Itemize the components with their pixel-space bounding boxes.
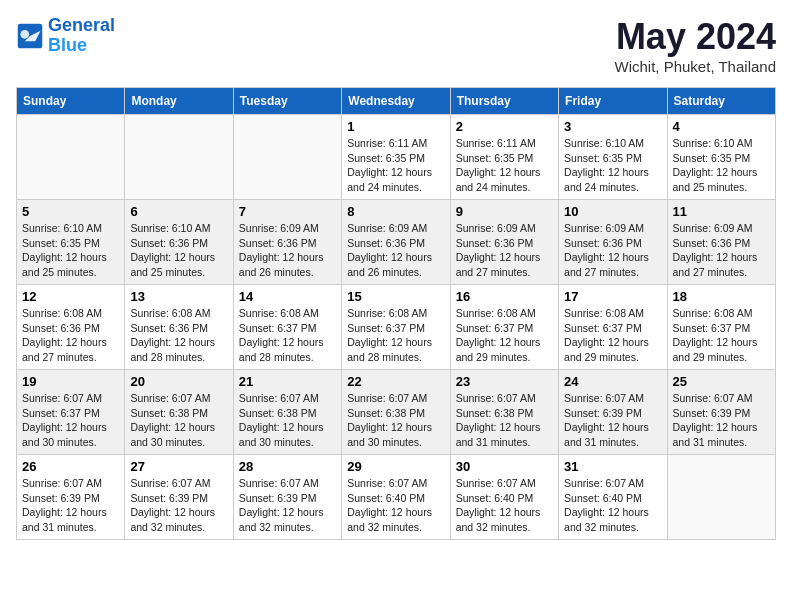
day-number: 7 — [239, 204, 336, 219]
calendar-cell: 17Sunrise: 6:08 AMSunset: 6:37 PMDayligh… — [559, 285, 667, 370]
day-number: 4 — [673, 119, 770, 134]
calendar-cell: 18Sunrise: 6:08 AMSunset: 6:37 PMDayligh… — [667, 285, 775, 370]
calendar-cell — [233, 115, 341, 200]
day-info: Sunrise: 6:08 AMSunset: 6:37 PMDaylight:… — [564, 306, 661, 365]
calendar-cell: 26Sunrise: 6:07 AMSunset: 6:39 PMDayligh… — [17, 455, 125, 540]
calendar-cell — [125, 115, 233, 200]
day-number: 14 — [239, 289, 336, 304]
weekday-header-row: SundayMondayTuesdayWednesdayThursdayFrid… — [17, 88, 776, 115]
logo: General Blue — [16, 16, 115, 56]
calendar-week-row: 5Sunrise: 6:10 AMSunset: 6:35 PMDaylight… — [17, 200, 776, 285]
day-info: Sunrise: 6:08 AMSunset: 6:37 PMDaylight:… — [239, 306, 336, 365]
title-block: May 2024 Wichit, Phuket, Thailand — [615, 16, 776, 75]
day-info: Sunrise: 6:07 AMSunset: 6:38 PMDaylight:… — [456, 391, 553, 450]
day-info: Sunrise: 6:07 AMSunset: 6:38 PMDaylight:… — [130, 391, 227, 450]
day-number: 16 — [456, 289, 553, 304]
day-info: Sunrise: 6:07 AMSunset: 6:38 PMDaylight:… — [347, 391, 444, 450]
calendar-cell: 28Sunrise: 6:07 AMSunset: 6:39 PMDayligh… — [233, 455, 341, 540]
calendar-cell: 30Sunrise: 6:07 AMSunset: 6:40 PMDayligh… — [450, 455, 558, 540]
calendar-cell: 12Sunrise: 6:08 AMSunset: 6:36 PMDayligh… — [17, 285, 125, 370]
day-number: 30 — [456, 459, 553, 474]
logo-text: General Blue — [48, 16, 115, 56]
weekday-header-wednesday: Wednesday — [342, 88, 450, 115]
day-info: Sunrise: 6:07 AMSunset: 6:40 PMDaylight:… — [564, 476, 661, 535]
calendar-cell: 9Sunrise: 6:09 AMSunset: 6:36 PMDaylight… — [450, 200, 558, 285]
day-number: 21 — [239, 374, 336, 389]
day-number: 19 — [22, 374, 119, 389]
calendar-cell: 29Sunrise: 6:07 AMSunset: 6:40 PMDayligh… — [342, 455, 450, 540]
svg-point-2 — [20, 30, 29, 39]
calendar-cell: 7Sunrise: 6:09 AMSunset: 6:36 PMDaylight… — [233, 200, 341, 285]
calendar-cell: 19Sunrise: 6:07 AMSunset: 6:37 PMDayligh… — [17, 370, 125, 455]
calendar-cell: 2Sunrise: 6:11 AMSunset: 6:35 PMDaylight… — [450, 115, 558, 200]
day-number: 11 — [673, 204, 770, 219]
calendar-cell: 15Sunrise: 6:08 AMSunset: 6:37 PMDayligh… — [342, 285, 450, 370]
weekday-header-sunday: Sunday — [17, 88, 125, 115]
calendar-cell — [667, 455, 775, 540]
day-info: Sunrise: 6:07 AMSunset: 6:39 PMDaylight:… — [130, 476, 227, 535]
calendar-cell: 6Sunrise: 6:10 AMSunset: 6:36 PMDaylight… — [125, 200, 233, 285]
weekday-header-saturday: Saturday — [667, 88, 775, 115]
calendar-cell — [17, 115, 125, 200]
day-info: Sunrise: 6:09 AMSunset: 6:36 PMDaylight:… — [456, 221, 553, 280]
weekday-header-monday: Monday — [125, 88, 233, 115]
day-number: 25 — [673, 374, 770, 389]
day-info: Sunrise: 6:11 AMSunset: 6:35 PMDaylight:… — [347, 136, 444, 195]
day-info: Sunrise: 6:10 AMSunset: 6:35 PMDaylight:… — [564, 136, 661, 195]
day-info: Sunrise: 6:10 AMSunset: 6:35 PMDaylight:… — [22, 221, 119, 280]
page-header: General Blue May 2024 Wichit, Phuket, Th… — [16, 16, 776, 75]
day-number: 15 — [347, 289, 444, 304]
calendar-cell: 5Sunrise: 6:10 AMSunset: 6:35 PMDaylight… — [17, 200, 125, 285]
day-info: Sunrise: 6:08 AMSunset: 6:37 PMDaylight:… — [673, 306, 770, 365]
calendar-cell: 24Sunrise: 6:07 AMSunset: 6:39 PMDayligh… — [559, 370, 667, 455]
day-info: Sunrise: 6:09 AMSunset: 6:36 PMDaylight:… — [673, 221, 770, 280]
day-info: Sunrise: 6:08 AMSunset: 6:36 PMDaylight:… — [130, 306, 227, 365]
day-number: 2 — [456, 119, 553, 134]
day-number: 18 — [673, 289, 770, 304]
location-subtitle: Wichit, Phuket, Thailand — [615, 58, 776, 75]
day-info: Sunrise: 6:07 AMSunset: 6:39 PMDaylight:… — [239, 476, 336, 535]
day-number: 10 — [564, 204, 661, 219]
calendar-cell: 31Sunrise: 6:07 AMSunset: 6:40 PMDayligh… — [559, 455, 667, 540]
day-info: Sunrise: 6:07 AMSunset: 6:39 PMDaylight:… — [564, 391, 661, 450]
weekday-header-thursday: Thursday — [450, 88, 558, 115]
weekday-header-tuesday: Tuesday — [233, 88, 341, 115]
day-info: Sunrise: 6:07 AMSunset: 6:37 PMDaylight:… — [22, 391, 119, 450]
day-info: Sunrise: 6:08 AMSunset: 6:37 PMDaylight:… — [456, 306, 553, 365]
day-info: Sunrise: 6:08 AMSunset: 6:37 PMDaylight:… — [347, 306, 444, 365]
day-info: Sunrise: 6:09 AMSunset: 6:36 PMDaylight:… — [347, 221, 444, 280]
day-number: 13 — [130, 289, 227, 304]
calendar-cell: 1Sunrise: 6:11 AMSunset: 6:35 PMDaylight… — [342, 115, 450, 200]
calendar-cell: 21Sunrise: 6:07 AMSunset: 6:38 PMDayligh… — [233, 370, 341, 455]
day-number: 5 — [22, 204, 119, 219]
calendar-week-row: 19Sunrise: 6:07 AMSunset: 6:37 PMDayligh… — [17, 370, 776, 455]
day-number: 27 — [130, 459, 227, 474]
calendar-week-row: 26Sunrise: 6:07 AMSunset: 6:39 PMDayligh… — [17, 455, 776, 540]
calendar-cell: 14Sunrise: 6:08 AMSunset: 6:37 PMDayligh… — [233, 285, 341, 370]
calendar-cell: 13Sunrise: 6:08 AMSunset: 6:36 PMDayligh… — [125, 285, 233, 370]
calendar-cell: 4Sunrise: 6:10 AMSunset: 6:35 PMDaylight… — [667, 115, 775, 200]
day-info: Sunrise: 6:10 AMSunset: 6:35 PMDaylight:… — [673, 136, 770, 195]
month-title: May 2024 — [615, 16, 776, 58]
day-number: 31 — [564, 459, 661, 474]
day-number: 26 — [22, 459, 119, 474]
calendar-cell: 25Sunrise: 6:07 AMSunset: 6:39 PMDayligh… — [667, 370, 775, 455]
calendar-cell: 20Sunrise: 6:07 AMSunset: 6:38 PMDayligh… — [125, 370, 233, 455]
day-number: 24 — [564, 374, 661, 389]
day-number: 1 — [347, 119, 444, 134]
day-info: Sunrise: 6:08 AMSunset: 6:36 PMDaylight:… — [22, 306, 119, 365]
day-number: 20 — [130, 374, 227, 389]
calendar-cell: 11Sunrise: 6:09 AMSunset: 6:36 PMDayligh… — [667, 200, 775, 285]
day-number: 22 — [347, 374, 444, 389]
calendar-cell: 8Sunrise: 6:09 AMSunset: 6:36 PMDaylight… — [342, 200, 450, 285]
calendar-table: SundayMondayTuesdayWednesdayThursdayFrid… — [16, 87, 776, 540]
day-info: Sunrise: 6:07 AMSunset: 6:39 PMDaylight:… — [22, 476, 119, 535]
day-number: 23 — [456, 374, 553, 389]
logo-icon — [16, 22, 44, 50]
day-info: Sunrise: 6:07 AMSunset: 6:40 PMDaylight:… — [347, 476, 444, 535]
day-info: Sunrise: 6:07 AMSunset: 6:38 PMDaylight:… — [239, 391, 336, 450]
day-info: Sunrise: 6:07 AMSunset: 6:39 PMDaylight:… — [673, 391, 770, 450]
calendar-cell: 22Sunrise: 6:07 AMSunset: 6:38 PMDayligh… — [342, 370, 450, 455]
day-number: 12 — [22, 289, 119, 304]
day-info: Sunrise: 6:09 AMSunset: 6:36 PMDaylight:… — [564, 221, 661, 280]
